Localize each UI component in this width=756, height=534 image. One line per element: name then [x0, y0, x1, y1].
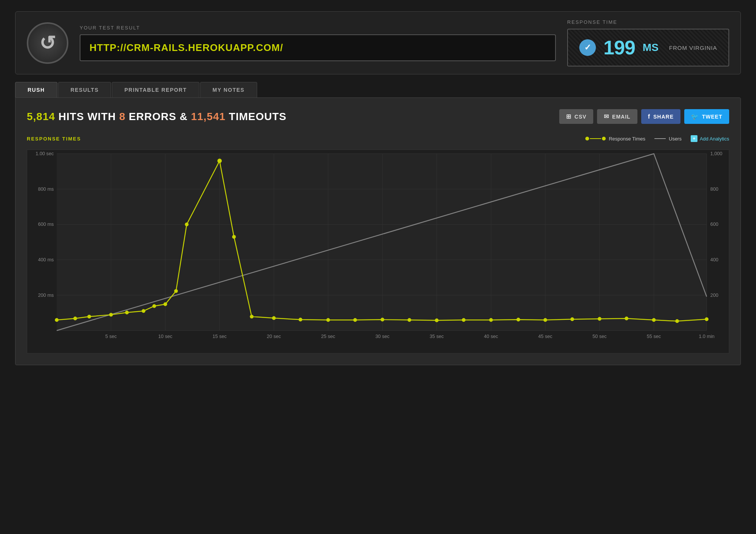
csv-label: CSV	[574, 114, 586, 120]
svg-point-42	[55, 318, 59, 322]
email-icon: ✉	[604, 113, 609, 120]
test-result-label: YOUR TEST RESULT	[80, 25, 556, 31]
svg-point-53	[232, 235, 236, 239]
refresh-icon[interactable]: ↺	[27, 22, 68, 64]
svg-point-66	[570, 317, 574, 321]
tab-results[interactable]: RESULTS	[58, 82, 111, 97]
chart-title: RESPONSE TIMES	[27, 136, 81, 142]
svg-point-70	[675, 319, 679, 323]
response-times-line	[590, 138, 601, 139]
svg-point-59	[381, 318, 384, 321]
svg-text:400: 400	[710, 257, 718, 262]
svg-text:45 sec: 45 sec	[538, 333, 552, 339]
legend-response-times: Response Times	[585, 136, 645, 142]
svg-point-64	[517, 318, 520, 321]
top-bar: ↺ YOUR TEST RESULT HTTP://CRM-RAILS.HERO…	[15, 11, 741, 74]
chart-svg: 1.00 sec 800 ms 600 ms 400 ms 200 ms 1,0…	[27, 150, 729, 353]
checkmark-icon	[579, 39, 596, 56]
errors-number: 8	[119, 111, 126, 122]
chart-legend: Response Times Users + Add Analytics	[585, 135, 729, 142]
svg-text:40 sec: 40 sec	[484, 333, 498, 339]
from-location: FROM VIRGINIA	[669, 45, 717, 51]
svg-text:20 sec: 20 sec	[267, 333, 281, 339]
users-line	[654, 138, 666, 139]
svg-text:200: 200	[710, 292, 718, 298]
svg-text:35 sec: 35 sec	[430, 333, 444, 339]
svg-point-43	[73, 316, 77, 320]
add-analytics-button[interactable]: + Add Analytics	[691, 135, 729, 142]
add-analytics-icon: +	[691, 135, 697, 142]
csv-button[interactable]: ⊞ CSV	[559, 109, 593, 124]
chart-section: RESPONSE TIMES Response Times Users +	[27, 135, 729, 353]
svg-text:30 sec: 30 sec	[375, 333, 390, 339]
svg-text:10 sec: 10 sec	[158, 333, 173, 339]
share-button[interactable]: f SHARE	[641, 109, 680, 124]
svg-text:55 sec: 55 sec	[647, 333, 661, 339]
svg-text:1.0 min: 1.0 min	[699, 333, 714, 339]
svg-text:25 sec: 25 sec	[321, 333, 335, 339]
response-times-dot2	[602, 137, 606, 140]
svg-point-52	[218, 159, 222, 163]
facebook-icon: f	[648, 113, 650, 120]
url-section: YOUR TEST RESULT HTTP://CRM-RAILS.HEROKU…	[80, 25, 556, 61]
svg-text:800: 800	[710, 186, 718, 191]
share-label: SHARE	[653, 114, 674, 120]
svg-point-67	[598, 317, 602, 321]
svg-text:400 ms: 400 ms	[38, 257, 54, 262]
response-times-dot	[585, 137, 589, 140]
svg-point-56	[299, 318, 302, 321]
tweet-label: TWEET	[702, 114, 722, 120]
svg-text:600: 600	[710, 221, 718, 227]
svg-point-63	[489, 318, 493, 322]
legend-users: Users	[654, 136, 682, 142]
svg-rect-1	[57, 154, 707, 330]
svg-text:15 sec: 15 sec	[213, 333, 227, 339]
errors-label: ERRORS &	[129, 111, 188, 122]
twitter-icon: 🐦	[691, 113, 699, 120]
add-analytics-label: Add Analytics	[700, 136, 729, 142]
svg-point-49	[164, 302, 167, 306]
hits-number: 5,814	[27, 111, 55, 122]
tab-my-notes[interactable]: MY NOTES	[200, 82, 257, 97]
hits-summary: 5,814 HITS WITH 8 ERRORS & 11,541 TIMEOU…	[27, 111, 287, 123]
response-unit: MS	[643, 42, 659, 54]
svg-point-58	[353, 318, 357, 322]
response-time-box: 199 MS FROM VIRGINIA	[567, 29, 729, 66]
users-legend-label: Users	[669, 136, 682, 142]
svg-point-54	[250, 315, 254, 318]
svg-text:600 ms: 600 ms	[38, 221, 54, 227]
email-label: EMAIL	[612, 114, 631, 120]
svg-point-46	[125, 310, 129, 314]
svg-point-48	[153, 304, 156, 308]
svg-point-51	[185, 222, 189, 226]
svg-point-69	[652, 318, 656, 322]
action-buttons: ⊞ CSV ✉ EMAIL f SHARE 🐦 TWEET	[559, 109, 729, 124]
tweet-button[interactable]: 🐦 TWEET	[684, 109, 729, 124]
svg-point-47	[142, 309, 145, 313]
email-button[interactable]: ✉ EMAIL	[597, 109, 637, 124]
url-display: HTTP://CRM-RAILS.HEROKUAPP.COM/	[80, 34, 556, 61]
hits-label: HITS WITH	[59, 111, 116, 122]
svg-point-45	[109, 313, 113, 316]
tab-printable-report[interactable]: PRINTABLE REPORT	[112, 82, 199, 97]
timeouts-number: 11,541	[191, 111, 226, 122]
svg-text:1.00 sec: 1.00 sec	[35, 151, 54, 156]
response-times-legend-label: Response Times	[609, 136, 645, 142]
response-section: RESPONSE TIME 199 MS FROM VIRGINIA	[567, 19, 729, 66]
svg-text:1,000: 1,000	[710, 151, 722, 156]
svg-text:50 sec: 50 sec	[592, 333, 607, 339]
svg-point-68	[625, 316, 628, 320]
svg-text:200 ms: 200 ms	[38, 292, 54, 298]
chart-header: RESPONSE TIMES Response Times Users +	[27, 135, 729, 142]
tabs-bar: RUSH RESULTS PRINTABLE REPORT MY NOTES	[15, 82, 741, 97]
stats-bar: 5,814 HITS WITH 8 ERRORS & 11,541 TIMEOU…	[27, 109, 729, 124]
svg-point-55	[272, 316, 276, 320]
svg-text:800 ms: 800 ms	[38, 186, 54, 191]
tab-rush[interactable]: RUSH	[15, 82, 57, 97]
timeouts-label: TIMEOUTS	[229, 111, 287, 122]
svg-point-61	[435, 318, 439, 322]
svg-point-44	[87, 315, 91, 318]
svg-point-71	[705, 317, 708, 321]
svg-point-50	[174, 289, 178, 293]
chart-container: 1.00 sec 800 ms 600 ms 400 ms 200 ms 1,0…	[27, 150, 729, 353]
